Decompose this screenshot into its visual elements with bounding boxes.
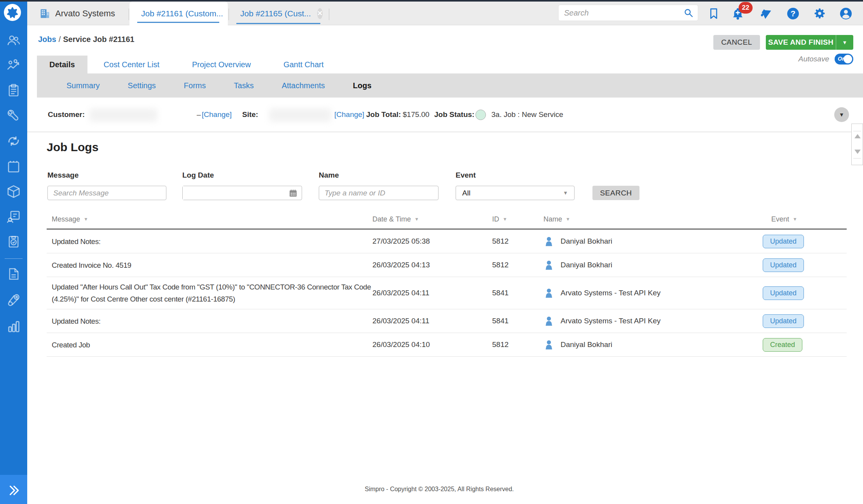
cell-message: Created Job xyxy=(47,335,372,355)
company-name: Arvato Systems xyxy=(55,9,115,19)
global-search xyxy=(558,5,698,21)
table-row[interactable]: Updated "After Hours Call Out" Tax Code … xyxy=(47,277,847,309)
tab-active-underline xyxy=(137,22,219,23)
tab-forms[interactable]: Forms xyxy=(170,81,220,90)
top-bar: Arvato Systems Job #21161 (Custom... Job… xyxy=(27,2,863,25)
breadcrumb-current: Service Job #21161 xyxy=(63,35,134,44)
cell-name: Arvato Systems - Test API Key xyxy=(543,316,763,326)
search-icon[interactable] xyxy=(679,1,698,25)
autosave-toggle[interactable]: On xyxy=(835,54,853,65)
people-icon[interactable] xyxy=(0,32,27,49)
table-row[interactable]: Updated Notes: 27/03/2025 05:38 5812 Dan… xyxy=(47,230,847,253)
cell-event: Updated xyxy=(763,235,847,248)
bookmark-icon[interactable] xyxy=(705,2,722,25)
cell-message: Updated "After Hours Call Out" Tax Code … xyxy=(47,277,372,309)
breadcrumb: Jobs/Service Job #21161 xyxy=(38,35,135,44)
table-row[interactable]: Created Invoice No. 4519 26/03/2025 04:1… xyxy=(47,253,847,277)
leads-icon[interactable] xyxy=(0,57,27,74)
log-date-input[interactable] xyxy=(182,186,302,200)
info-bar-collapse-button[interactable]: ▼ xyxy=(834,107,849,122)
col-header-datetime[interactable]: Date & Time▼ xyxy=(372,215,492,223)
notifications-bell-icon[interactable]: 22 xyxy=(729,2,746,25)
autosave-control: Autosave On xyxy=(762,54,853,65)
chevron-down-icon: ▼ xyxy=(563,190,568,196)
cell-datetime: 26/03/2025 04:10 xyxy=(372,340,492,349)
tab-divider xyxy=(129,9,129,20)
analytics-bar-chart-icon[interactable] xyxy=(0,318,27,335)
tab-summary[interactable]: Summary xyxy=(52,81,114,90)
scroll-down-icon[interactable] xyxy=(854,150,861,154)
tab-logs[interactable]: Logs xyxy=(339,81,386,90)
job-status-value: 3a. Job : New Service xyxy=(475,98,563,132)
cell-id: 5812 xyxy=(492,340,543,349)
search-input[interactable] xyxy=(559,9,679,17)
scroll-up-icon[interactable] xyxy=(854,134,861,138)
customer-change-link[interactable]: [Change] xyxy=(202,98,232,132)
redacted-site-name xyxy=(269,108,331,122)
person-icon xyxy=(543,288,554,298)
tab-underline xyxy=(236,23,320,24)
col-header-event[interactable]: Event▼ xyxy=(763,215,847,223)
announcements-megaphone-icon[interactable] xyxy=(758,2,775,25)
cell-id: 5841 xyxy=(492,317,543,325)
cell-datetime: 26/03/2025 04:11 xyxy=(372,317,492,325)
tab-project-overview[interactable]: Project Overview xyxy=(176,56,267,73)
log-date-field[interactable] xyxy=(183,186,284,200)
sub-tab-bar: Summary Settings Forms Tasks Attachments… xyxy=(37,73,863,98)
table-row[interactable]: Created Job 26/03/2025 04:10 5812 Daniya… xyxy=(47,333,847,357)
account-icon[interactable] xyxy=(837,2,854,25)
col-header-name[interactable]: Name▼ xyxy=(543,215,763,223)
col-header-id[interactable]: ID▼ xyxy=(492,215,543,223)
tab-settings[interactable]: Settings xyxy=(114,81,170,90)
schedule-calendar-icon[interactable] xyxy=(0,158,27,175)
building-icon xyxy=(39,8,51,19)
sidebar xyxy=(0,2,27,504)
tasks-clipboard-icon[interactable] xyxy=(0,82,27,99)
cell-event: Updated xyxy=(763,314,847,328)
table-row[interactable]: Updated Notes: 26/03/2025 04:11 5841 Arv… xyxy=(47,309,847,333)
sort-icon: ▼ xyxy=(566,216,570,222)
calendar-icon[interactable] xyxy=(288,188,298,199)
breadcrumb-jobs-link[interactable]: Jobs xyxy=(38,35,56,44)
reports-document-icon[interactable] xyxy=(0,265,27,283)
job-status-label: Job Status: xyxy=(434,98,474,132)
help-icon[interactable]: ? xyxy=(784,2,802,25)
name-filter-input[interactable] xyxy=(319,186,438,200)
svg-text:?: ? xyxy=(791,9,796,18)
tab-attachments[interactable]: Attachments xyxy=(268,81,339,90)
sidebar-expand-button[interactable] xyxy=(0,475,27,504)
sort-icon: ▼ xyxy=(414,216,419,222)
jobs-wrench-icon[interactable] xyxy=(0,107,27,124)
cancel-button[interactable]: CANCEL xyxy=(713,35,760,50)
close-tab-icon[interactable]: ✕ xyxy=(317,8,323,19)
quotes-clipboard-check-icon[interactable] xyxy=(0,233,27,250)
tab-details[interactable]: Details xyxy=(37,56,87,73)
message-filter-input[interactable] xyxy=(47,186,166,200)
scroll-widget[interactable] xyxy=(851,124,863,165)
site-change-link[interactable]: [Change] xyxy=(334,98,364,132)
person-icon xyxy=(543,260,554,270)
person-icon xyxy=(543,236,554,247)
utilities-tool-icon[interactable] xyxy=(0,291,27,309)
recurring-sync-icon[interactable] xyxy=(0,133,27,150)
settings-gear-icon[interactable] xyxy=(811,2,828,25)
toggle-knob xyxy=(844,55,852,63)
simpro-logo[interactable] xyxy=(4,4,21,21)
tab-cost-center-list[interactable]: Cost Center List xyxy=(87,56,176,73)
invoices-icon[interactable] xyxy=(0,208,27,225)
sidebar-divider xyxy=(5,258,23,259)
col-header-message[interactable]: Message▼ xyxy=(47,215,372,223)
search-button[interactable]: SEARCH xyxy=(592,186,639,200)
tab-tasks[interactable]: Tasks xyxy=(220,81,268,90)
event-filter-select[interactable]: All ▼ xyxy=(456,186,575,200)
save-and-finish-button[interactable]: SAVE AND FINISH ▼ xyxy=(766,35,853,50)
name-filter-label: Name xyxy=(319,171,339,180)
cell-message: Updated Notes: xyxy=(47,311,372,331)
job-tab-21165[interactable]: Job #21165 (Cust... ✕ xyxy=(229,2,329,25)
inventory-cube-icon[interactable] xyxy=(0,183,27,200)
cell-id: 5812 xyxy=(492,237,543,246)
tab-gantt-chart[interactable]: Gantt Chart xyxy=(267,56,340,73)
company-menu[interactable]: Arvato Systems xyxy=(39,2,115,25)
job-tab-21161[interactable]: Job #21161 (Custom... xyxy=(129,2,228,26)
save-options-arrow[interactable]: ▼ xyxy=(836,35,853,50)
